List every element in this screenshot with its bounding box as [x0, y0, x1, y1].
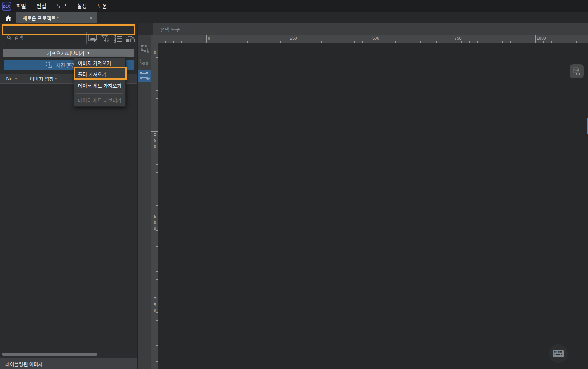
search-box[interactable] [3, 32, 87, 44]
h-ruler-label: 500 [372, 36, 379, 40]
menu-item-export-dataset: 데이터 세트 내보내기 [74, 95, 125, 106]
app-logo-icon: DLK [2, 2, 11, 11]
cam-hidden-icon: CAM [572, 67, 581, 76]
tab-close-icon[interactable]: × [88, 12, 94, 23]
keyboard-icon [553, 350, 564, 357]
h-ruler-label: 250 [290, 36, 297, 40]
v-ruler-label: 0 [153, 50, 157, 56]
v-ruler-label: 750 [153, 297, 157, 315]
selection-tool-toolbar: 선택 도구 [153, 23, 588, 35]
sort-caret-icon: ▾ [55, 77, 57, 80]
menu-file[interactable]: 파일 [16, 0, 26, 12]
svg-text:CAM: CAM [574, 69, 579, 71]
labeled-images-label: 레이블링된 이미지 [5, 360, 43, 367]
menu-tools[interactable]: 도구 [57, 0, 67, 12]
smart-labeling-tool-button[interactable] [140, 44, 150, 54]
selection-tool-button[interactable] [138, 70, 151, 82]
tool-strip-corner [138, 23, 153, 35]
h-ruler-label: 750 [454, 36, 461, 40]
image-settings-button[interactable] [88, 34, 98, 43]
h-ruler-minor-ticks [157, 41, 588, 43]
smart-model-icon [45, 62, 53, 69]
menu-separator [76, 93, 123, 94]
panel-icon-row [88, 33, 135, 44]
move-to-set-button[interactable] [125, 34, 135, 43]
import-export-label: 가져오기/내보내기 [47, 49, 84, 57]
list-view-icon [113, 35, 123, 43]
filter-icon [101, 35, 110, 43]
import-export-dropdown: 이미지 가져오기 폴더 가져오기 데이터 세트 가져오기 데이터 세트 내보내기 [74, 57, 126, 107]
v-ruler-label: 500 [153, 214, 157, 232]
selection-tool-title: 선택 도구 [160, 26, 180, 33]
image-settings-icon [88, 35, 98, 43]
cam-visibility-button[interactable]: CAM [570, 64, 584, 78]
menu-settings[interactable]: 설정 [77, 0, 87, 12]
h-ruler-label: 0 [208, 36, 210, 40]
tab-title: 새로운 프로젝트 * [16, 14, 59, 22]
labeling-tool-strip: ROI [138, 35, 151, 369]
chevron-down-icon: ▼ [87, 51, 90, 55]
menu-items: 파일 편집 도구 설정 도움 [0, 0, 107, 12]
column-no-label: No. [6, 76, 14, 81]
selection-tool-icon [139, 71, 150, 81]
pretrain-label: 사전 훈련 [56, 62, 75, 69]
v-ruler-minor-ticks [156, 49, 158, 369]
shortcut-keyboard-button[interactable] [549, 344, 568, 363]
column-image-name[interactable]: 이미지 명칭 ▾ [23, 74, 63, 83]
smart-labeling-icon [140, 45, 149, 54]
mech-dlk-window: DLK 파일 편집 도구 설정 도움 새로운 프로젝트 * × [0, 0, 588, 369]
home-icon [5, 15, 12, 21]
horizontal-scrollbar[interactable] [2, 353, 97, 356]
roi-tool-button[interactable]: ROI [140, 57, 150, 68]
column-no[interactable]: No. ▾ [0, 74, 23, 83]
search-input[interactable] [14, 35, 78, 41]
tab-new-project[interactable]: 새로운 프로젝트 * × [16, 12, 97, 23]
svg-text:ROI: ROI [141, 62, 148, 66]
v-ruler-label: 250 [153, 132, 157, 150]
roi-icon: ROI [140, 57, 150, 67]
move-to-set-icon [125, 35, 135, 43]
horizontal-ruler: 0 250 500 750 1000 [151, 35, 588, 43]
image-canvas[interactable] [158, 43, 588, 369]
menu-item-import-folder[interactable]: 폴더 가져오기 [74, 69, 125, 80]
vertical-ruler: 0 250 500 750 [151, 43, 158, 369]
column-image-name-label: 이미지 명칭 [30, 75, 54, 82]
menu-item-import-images[interactable]: 이미지 가져오기 [74, 58, 125, 69]
labeled-images-bar: 레이블링된 이미지 [0, 358, 137, 369]
h-ruler-label: 1000 [537, 36, 546, 40]
menu-bar: DLK 파일 편집 도구 설정 도움 [0, 0, 588, 12]
menu-edit[interactable]: 편집 [37, 0, 46, 12]
sort-caret-icon: ▾ [15, 77, 17, 80]
import-export-button[interactable]: 가져오기/내보내기 ▼ [3, 49, 134, 57]
search-icon [6, 35, 12, 41]
filter-button[interactable] [101, 34, 111, 43]
list-view-button[interactable] [113, 34, 123, 43]
home-button[interactable] [0, 12, 16, 23]
tab-bar: 새로운 프로젝트 * × [0, 12, 588, 23]
menu-help[interactable]: 도움 [97, 0, 107, 12]
menu-item-import-dataset[interactable]: 데이터 세트 가져오기 [74, 80, 125, 92]
